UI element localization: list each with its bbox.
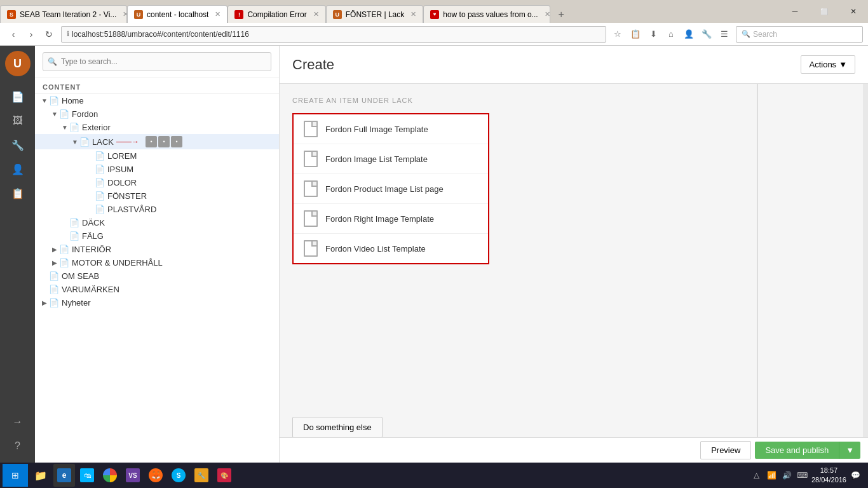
reader-icon[interactable]: 📋	[628, 27, 643, 42]
bookmark-icon[interactable]: ☆	[610, 27, 625, 42]
tab-3[interactable]: ! Compilation Error ✕	[227, 5, 325, 23]
extensions-icon[interactable]: 🔧	[699, 27, 714, 42]
tab-4-label: FÖNSTER | Lack	[346, 10, 404, 19]
template-item-4[interactable]: Fordon Right Image Template	[294, 204, 488, 234]
tree-row-falg[interactable]: 📄 FÄLG	[35, 229, 279, 243]
tree-row-plastvard[interactable]: 📄 PLASTVÅRD	[35, 203, 279, 216]
tab-3-close[interactable]: ✕	[313, 10, 319, 18]
tab-2-close[interactable]: ✕	[215, 10, 220, 18]
node-label-ipsum: IPSUM	[107, 165, 133, 174]
chrome-icon	[103, 468, 117, 482]
preview-label: Preview	[711, 445, 740, 455]
clock-date: 28/04/2016	[811, 475, 846, 485]
tray-arrow-icon[interactable]: △	[750, 469, 763, 482]
tree-row-nyheter[interactable]: ▶ 📄 Nyheter	[35, 296, 279, 309]
preview-button[interactable]: Preview	[700, 441, 751, 459]
start-button[interactable]: ⊞	[3, 464, 28, 487]
minimize-button[interactable]: ─	[780, 0, 810, 23]
tree-row-dack[interactable]: 📄 DÄCK	[35, 216, 279, 229]
tab-4[interactable]: U FÖNSTER | Lack ✕	[326, 5, 423, 23]
notifications-icon[interactable]: 💬	[849, 469, 862, 482]
template-item-3[interactable]: Fordon Product Image List page	[294, 174, 488, 204]
bottom-bar: Preview Save and publish ▼	[280, 437, 868, 463]
tree-row-home[interactable]: ▼ 📄 Home	[35, 94, 279, 107]
template-item-5[interactable]: Fordon Video List Template	[294, 234, 488, 263]
actions-button[interactable]: Actions ▼	[801, 55, 855, 74]
home-icon[interactable]: ⌂	[663, 27, 679, 42]
reload-button[interactable]: ↻	[41, 26, 57, 43]
download-icon[interactable]: ⬇	[646, 27, 661, 42]
doc-icon-falg: 📄	[69, 231, 79, 241]
taskbar-chrome[interactable]	[99, 464, 121, 487]
sidebar-users-icon[interactable]: 👤	[5, 158, 31, 180]
page-title: Create	[292, 57, 334, 73]
template-item-2[interactable]: Fordon Image List Template	[294, 144, 488, 174]
template-file-icon-2	[304, 151, 318, 167]
action-btn-2[interactable]: •	[158, 136, 170, 147]
tray-volume-icon[interactable]: 🔊	[781, 469, 794, 482]
tree-row-interior[interactable]: ▶ 📄 INTERIÖR	[35, 243, 279, 256]
main-content: Create Actions ▼ CREATE AN ITEM UNDER LA…	[280, 46, 868, 463]
tab-2[interactable]: U content - localhost ✕	[127, 5, 227, 23]
tab-1-close[interactable]: ✕	[123, 10, 127, 18]
sidebar-forward-icon[interactable]: →	[5, 410, 31, 433]
menu-icon[interactable]: ☰	[717, 27, 732, 42]
taskbar-paint[interactable]: 🎨	[214, 464, 235, 487]
forward-button[interactable]: ›	[23, 26, 39, 43]
tree-row-fonster[interactable]: 📄 FÖNSTER	[35, 189, 279, 203]
sidebar-content-icon[interactable]: 📄	[5, 85, 31, 108]
tree-row-lack[interactable]: ▼ 📄 LACK ——→ • • •	[35, 134, 279, 149]
new-tab-button[interactable]: +	[553, 6, 569, 23]
doc-icon-fonster: 📄	[95, 191, 105, 201]
sidebar-help-icon[interactable]: ?	[5, 435, 31, 458]
template-item-1[interactable]: Fordon Full Image Template	[294, 114, 488, 144]
tab-4-close[interactable]: ✕	[410, 10, 416, 18]
taskbar-edge[interactable]: e	[53, 464, 75, 487]
tree-row-omseab[interactable]: 📄 OM SEAB	[35, 269, 279, 283]
taskbar-file-explorer[interactable]: 📁	[29, 464, 52, 487]
action-btn-3[interactable]: •	[171, 136, 182, 147]
taskbar-tools[interactable]: 🔧	[191, 464, 212, 487]
nav-buttons: ‹ › ↻	[5, 26, 57, 43]
action-btn-1[interactable]: •	[146, 136, 157, 147]
tree-row-dolor[interactable]: 📄 DOLOR	[35, 176, 279, 189]
tab-2-favicon: U	[134, 10, 143, 19]
save-publish-caret-button[interactable]: ▼	[839, 442, 860, 459]
caret-fordon: ▼	[50, 111, 59, 118]
taskbar-skype[interactable]: S	[168, 464, 189, 487]
sidebar-settings-icon[interactable]: 🔧	[5, 133, 31, 156]
tab-5[interactable]: ♥ how to pass values from o... ✕	[423, 5, 550, 23]
tree-row-fordon[interactable]: ▼ 📄 Fordon	[35, 107, 279, 121]
umbraco-logo[interactable]: U	[5, 51, 31, 76]
caret-nyheter: ▶	[40, 299, 49, 306]
template-label-1: Fordon Full Image Template	[325, 125, 428, 134]
taskbar-firefox[interactable]: 🦊	[145, 464, 166, 487]
tree-row-lorem[interactable]: 📄 LOREM	[35, 149, 279, 163]
tab-1-favicon: S	[7, 10, 16, 19]
maximize-button[interactable]: ⬜	[810, 0, 839, 23]
tab-1[interactable]: S SEAB Team Iteration 2 - Vi... ✕	[0, 5, 127, 23]
sync-icon[interactable]: 👤	[681, 27, 696, 42]
tray-network-icon[interactable]: 📶	[766, 469, 778, 482]
tab-5-close[interactable]: ✕	[545, 10, 550, 18]
save-publish-button[interactable]: Save and publish	[755, 442, 839, 459]
sidebar-forms-icon[interactable]: 📋	[5, 182, 31, 205]
tree-search-input[interactable]	[43, 52, 271, 71]
system-clock[interactable]: 18:57 28/04/2016	[811, 466, 846, 485]
sidebar-media-icon[interactable]: 🖼	[5, 109, 31, 132]
tree-row-motor[interactable]: ▶ 📄 MOTOR & UNDERHÅLL	[35, 256, 279, 269]
browser-search[interactable]: 🔍 Search	[736, 26, 863, 43]
do-something-button[interactable]: Do something else	[292, 417, 383, 437]
window-close-button[interactable]: ✕	[839, 0, 868, 23]
taskbar-store[interactable]: 🛍	[76, 464, 98, 487]
tree-row-ipsum[interactable]: 📄 IPSUM	[35, 163, 279, 176]
back-button[interactable]: ‹	[5, 26, 22, 43]
tree-row-exterior[interactable]: ▼ 📄 Exterior	[35, 121, 279, 134]
tree-row-varumarken[interactable]: 📄 VARUMÄRKEN	[35, 283, 279, 296]
taskbar-vs[interactable]: VS	[122, 464, 144, 487]
template-file-icon-1	[304, 121, 318, 137]
doc-icon-lack: 📄	[79, 137, 90, 147]
address-bar-icons: ☆ 📋 ⬇ ⌂ 👤 🔧 ☰	[610, 27, 732, 42]
url-bar[interactable]: ℹ localhost:51888/umbraco#/content/conte…	[61, 26, 606, 43]
tray-keyboard-icon[interactable]: ⌨	[796, 469, 809, 482]
